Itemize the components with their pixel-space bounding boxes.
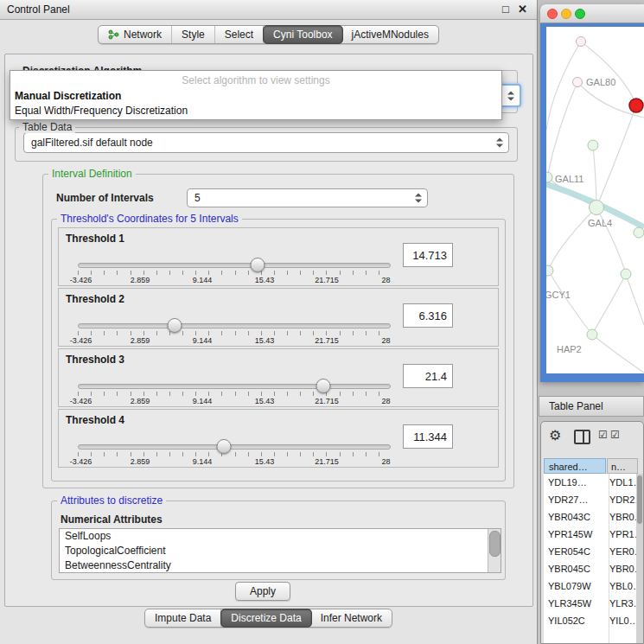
columns-icon[interactable]	[574, 430, 590, 444]
cell-name[interactable]: YBL0…	[609, 577, 636, 595]
table-scrollbar[interactable]	[636, 474, 643, 643]
table-row[interactable]: YIL052C YIL0…	[544, 612, 636, 629]
cell-name[interactable]: YBR0…	[609, 560, 636, 577]
network-node[interactable]	[634, 227, 644, 238]
scale-tick: 9.144	[193, 336, 213, 345]
cell-name[interactable]: YDR2…	[609, 491, 636, 508]
cell-shared-name[interactable]: YLR345W	[548, 595, 606, 612]
selected-red-node[interactable]	[629, 99, 643, 112]
tab-select[interactable]: Select	[215, 26, 264, 43]
scrollbar-thumb[interactable]	[637, 475, 642, 524]
stepper-icon	[496, 138, 503, 148]
dropdown-hint: Select algorithm to view settings	[10, 74, 501, 86]
list-item[interactable]: TopologicalCoefficient	[60, 544, 501, 558]
cell-shared-name[interactable]: YBR043C	[548, 508, 606, 526]
network-node-gal80[interactable]	[573, 78, 583, 87]
threshold-4-value-field[interactable]: 11.344	[403, 424, 453, 449]
scrollbar-thumb[interactable]	[489, 531, 501, 557]
tab-discretize-data[interactable]: Discretize Data	[220, 609, 311, 628]
slider-track[interactable]	[78, 263, 391, 268]
tab-jactivemnodules[interactable]: jActiveMNodules	[342, 26, 438, 43]
threshold-3-value-field[interactable]: 21.4	[403, 364, 453, 388]
cell-name[interactable]: YDL1…	[609, 474, 636, 491]
table-row[interactable]: YBL079W YBL0…	[544, 577, 636, 595]
restore-icon[interactable]: □	[502, 3, 509, 16]
network-node-gal4[interactable]	[590, 201, 604, 215]
numerical-attributes-label: Numerical Attributes	[61, 513, 163, 526]
cell-name[interactable]: YER0…	[609, 543, 636, 560]
network-node-gcy1[interactable]	[546, 265, 553, 276]
network-canvas[interactable]: GAL80 GAL11 GAL4 GCY1 HAP2	[546, 27, 644, 373]
cell-shared-name[interactable]: YPR145W	[548, 526, 606, 543]
cell-name[interactable]: YPR1…	[609, 526, 636, 543]
control-panel-window: Control Panel □ ✕ Network Style	[0, 0, 538, 644]
cell-shared-name[interactable]: YBR045C	[548, 560, 606, 577]
close-icon[interactable]: ✕	[518, 3, 527, 16]
table-row[interactable]: YER054C YER0…	[544, 543, 636, 560]
gear-icon[interactable]: ⚙	[549, 427, 561, 443]
tab-network[interactable]: Network	[99, 26, 172, 43]
cell-shared-name[interactable]: YDL19…	[548, 474, 606, 491]
number-of-intervals-value: 5	[194, 192, 201, 204]
list-scrollbar[interactable]	[488, 529, 501, 572]
cell-shared-name[interactable]: YIL052C	[548, 612, 606, 629]
control-panel-titlebar[interactable]: Control Panel □ ✕	[0, 0, 537, 20]
cell-shared-name[interactable]: YBL079W	[548, 577, 606, 595]
network-node[interactable]	[577, 37, 586, 47]
threshold-3-slider[interactable]: -3.426 2.859 9.144 15.43 21.715 28	[78, 382, 389, 405]
slider-handle[interactable]	[250, 258, 265, 272]
zoom-traffic-icon[interactable]	[575, 9, 585, 19]
stepper-icon[interactable]	[507, 91, 514, 100]
scale-tick: 28	[381, 336, 390, 345]
table-data-combobox[interactable]: galFiltered.sif default node	[23, 132, 509, 153]
network-node[interactable]	[588, 140, 598, 150]
slider-handle[interactable]	[316, 379, 331, 393]
scale-tick: 9.144	[193, 276, 213, 284]
slider-handle[interactable]	[167, 318, 182, 333]
table-row[interactable]: YBR043C YBR0…	[544, 508, 636, 526]
table-row[interactable]: YDL19… YDL1…	[544, 474, 636, 491]
dropdown-item-manual[interactable]: Manual Discretization	[15, 90, 121, 102]
column-header-name[interactable]: n…	[607, 458, 638, 474]
threshold-4-slider[interactable]: -3.426 2.859 9.144 15.43 21.715 28	[78, 443, 389, 465]
network-node[interactable]	[621, 269, 631, 279]
tab-cyni-toolbox[interactable]: Cyni Toolbox	[263, 25, 342, 44]
tab-style[interactable]: Style	[172, 26, 215, 43]
column-header-shared-name[interactable]: shared…	[544, 458, 606, 474]
number-of-intervals-combobox[interactable]: 5	[187, 188, 428, 207]
minimize-traffic-icon[interactable]	[561, 9, 571, 19]
network-node-hap2[interactable]	[587, 329, 597, 340]
dropdown-item-equal-width[interactable]: Equal Width/Frequency Discretization	[15, 105, 188, 117]
checkbox-icon[interactable]: ☑	[610, 429, 620, 441]
list-item[interactable]: SelfLoops	[60, 529, 501, 544]
slider-track[interactable]	[78, 444, 391, 450]
checkbox-icon[interactable]: ☑	[598, 429, 608, 441]
network-node-gal11[interactable]	[546, 172, 552, 182]
network-window-titlebar[interactable]	[540, 4, 644, 23]
list-item[interactable]: BetweennessCentrality	[60, 558, 501, 573]
cell-name[interactable]: YLR3…	[609, 595, 636, 612]
table-row[interactable]: YBR045C YBR0…	[544, 560, 636, 577]
threshold-1-value-field[interactable]: 14.713	[403, 243, 453, 267]
slider-handle[interactable]	[217, 439, 232, 454]
cell-shared-name[interactable]: YER054C	[548, 543, 606, 560]
slider-track[interactable]	[78, 323, 391, 328]
slider-track[interactable]	[78, 384, 391, 389]
threshold-2-value-field[interactable]: 6.316	[403, 303, 453, 328]
tab-infer-network[interactable]: Infer Network	[311, 609, 392, 627]
table-panel-header[interactable]: Table Panel	[539, 396, 644, 417]
cell-shared-name[interactable]: YDR27…	[548, 491, 606, 508]
table-data-label: Table Data	[19, 121, 75, 133]
apply-button[interactable]: Apply	[235, 582, 290, 601]
table-row[interactable]: YLR345W YLR3…	[544, 595, 636, 612]
table-row[interactable]: YPR145W YPR1…	[544, 526, 636, 543]
scale-tick: 2.859	[131, 336, 150, 345]
slider-ticks	[78, 331, 389, 335]
threshold-1-slider[interactable]: -3.426 2.859 9.144 15.43 21.715 28	[78, 261, 389, 284]
close-traffic-icon[interactable]	[547, 9, 558, 19]
threshold-2-slider[interactable]: -3.426 2.859 9.144 15.43 21.715 28	[78, 322, 389, 344]
table-row[interactable]: YDR27… YDR2…	[544, 491, 636, 508]
cell-name[interactable]: YIL0…	[609, 612, 636, 629]
tab-impute-data[interactable]: Impute Data	[145, 609, 221, 627]
cell-name[interactable]: YBR0…	[609, 508, 636, 526]
